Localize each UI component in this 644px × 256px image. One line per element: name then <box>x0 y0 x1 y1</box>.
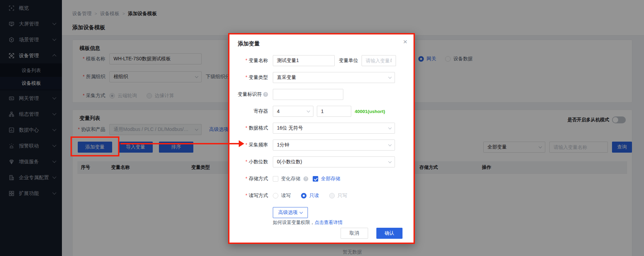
annotation-highlight-box <box>71 136 119 156</box>
advanced-options-button[interactable]: 高级选项 <box>273 207 308 218</box>
cancel-button[interactable]: 取消 <box>341 228 368 239</box>
collect-frequency-select[interactable]: 1分钟 <box>273 140 395 151</box>
chevron-down-icon <box>388 160 392 163</box>
storage-mode-label: 存储方式 <box>246 176 268 182</box>
register-address-input[interactable] <box>317 106 351 117</box>
decimal-places-label: 小数位数 <box>246 159 268 165</box>
chevron-down-icon <box>388 126 392 130</box>
identifier-input[interactable] <box>273 89 343 100</box>
view-details-link[interactable]: 点击查看详情 <box>315 220 343 225</box>
radio-icon <box>273 193 278 198</box>
checkbox-change-storage[interactable]: 变化存储 <box>273 176 300 182</box>
radio-read-only[interactable]: 只读 <box>301 193 319 199</box>
checkbox-all-storage[interactable]: 全部存储 <box>313 176 340 182</box>
decimal-places-row: 小数位数 0(小数位数) <box>273 156 395 167</box>
collect-frequency-label: 采集频率 <box>246 142 268 148</box>
permission-help-text: 如何设置变量权限，点击查看详情 <box>273 219 343 226</box>
read-write-row: 读写方式 读写 只读 只写 <box>273 190 347 201</box>
radio-read-write[interactable]: 读写 <box>273 193 291 199</box>
close-icon[interactable]: × <box>403 38 407 45</box>
chevron-down-icon <box>388 75 392 79</box>
chevron-down-icon <box>388 143 392 146</box>
confirm-button[interactable]: 确认 <box>376 228 402 239</box>
radio-checked-icon <box>301 193 307 198</box>
modal-footer: 取消 确认 <box>341 228 402 239</box>
variable-name-input[interactable] <box>273 55 335 66</box>
variable-name-row: 变量名称 变量单位 <box>273 55 396 66</box>
storage-mode-row: 存储方式 变化存储 ? 全部存储 <box>273 173 340 184</box>
variable-name-label: 变量名称 <box>246 58 268 64</box>
data-format-select[interactable]: 16位 无符号 <box>273 123 395 134</box>
register-label: 寄存器 <box>254 108 268 114</box>
variable-type-row: 变量类型 直采变量 <box>273 72 395 83</box>
modal-title: 添加变量 <box>238 40 260 48</box>
identifier-label: 变量标识符 <box>238 91 262 98</box>
chevron-down-icon <box>300 211 303 214</box>
variable-unit-label: 变量单位 <box>339 58 358 64</box>
help-icon[interactable]: ? <box>303 176 308 181</box>
variable-type-select[interactable]: 直采变量 <box>273 72 395 83</box>
checkbox-checked-icon <box>313 176 318 182</box>
variable-type-label: 变量类型 <box>246 74 268 81</box>
app-root: 概览 大屏管理 场景管理 设备管理 设备列表 设备模板 网关管理 组态 <box>0 0 644 256</box>
variable-unit-input[interactable] <box>362 55 396 66</box>
identifier-label-wrap: 变量标识符? <box>238 91 268 98</box>
radio-write-only[interactable]: 只写 <box>329 193 347 199</box>
register-row: 寄存器 4 40001(ushort) <box>273 106 385 117</box>
chevron-down-icon <box>307 109 310 113</box>
help-icon[interactable]: ? <box>263 92 268 97</box>
data-format-row: 数据格式 16位 无符号 <box>273 123 395 134</box>
radio-disabled-icon <box>329 193 335 198</box>
checkbox-icon <box>273 176 278 182</box>
annotation-arrow-line <box>120 143 239 144</box>
read-write-label: 读写方式 <box>246 193 268 199</box>
register-type-select[interactable]: 4 <box>273 106 313 117</box>
collect-frequency-row: 采集频率 1分钟 <box>273 140 395 151</box>
register-hint: 40001(ushort) <box>355 109 385 114</box>
identifier-row: 变量标识符? <box>273 89 343 100</box>
add-variable-modal: 添加变量 × 变量名称 变量单位 变量类型 直采变量 变量标识符? 寄存器 4 … <box>228 33 415 244</box>
annotation-arrow-head <box>239 140 244 147</box>
decimal-places-select[interactable]: 0(小数位数) <box>273 156 395 167</box>
data-format-label: 数据格式 <box>246 125 268 131</box>
